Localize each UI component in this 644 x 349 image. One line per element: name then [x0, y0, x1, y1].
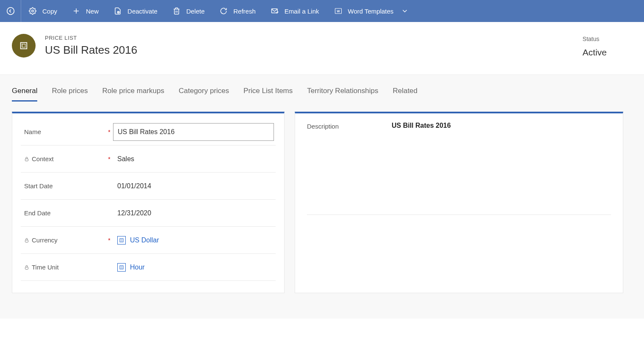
field-row-currency: Currency * US Dollar	[21, 227, 276, 254]
deactivate-icon	[114, 7, 122, 15]
entity-icon	[12, 34, 36, 58]
tabs: General Role prices Role price markups C…	[12, 87, 632, 102]
lock-icon	[24, 238, 29, 243]
tab-related[interactable]: Related	[392, 87, 417, 102]
end-date-value[interactable]: 12/31/2020	[113, 209, 151, 217]
record-name: US Bill Rates 2016	[45, 44, 137, 57]
field-row-end-date: End Date 12/31/2020	[21, 200, 276, 227]
email-link-button[interactable]: Email a Link	[263, 0, 327, 22]
end-date-label: End Date	[24, 209, 51, 217]
header-left: PRICE LIST US Bill Rates 2016	[12, 34, 137, 58]
svg-line-5	[118, 12, 119, 13]
lookup-icon	[117, 236, 126, 245]
svg-point-1	[32, 10, 34, 12]
required-indicator: *	[105, 129, 113, 135]
new-label: New	[86, 8, 99, 15]
field-row-start-date: Start Date 01/01/2014	[21, 173, 276, 200]
status-label: Status	[583, 36, 607, 42]
refresh-button[interactable]: Refresh	[212, 0, 263, 22]
email-icon	[271, 7, 279, 15]
svg-rect-12	[22, 44, 25, 47]
new-button[interactable]: New	[65, 0, 106, 22]
svg-rect-11	[21, 43, 27, 49]
command-bar: Copy New Deactivate Delete Refresh Email…	[0, 0, 644, 22]
trash-icon	[173, 7, 180, 15]
chevron-down-icon	[401, 7, 409, 15]
description-divider	[307, 214, 611, 215]
svg-rect-16	[25, 267, 28, 269]
word-icon: W	[334, 7, 342, 15]
copy-button[interactable]: Copy	[21, 0, 65, 22]
svg-point-0	[7, 8, 14, 15]
refresh-label: Refresh	[233, 8, 256, 15]
field-row-context: Context * Sales	[21, 146, 276, 173]
time-unit-link[interactable]: Hour	[113, 263, 145, 272]
tab-role-prices[interactable]: Role prices	[52, 87, 88, 102]
pricelist-icon	[19, 41, 28, 50]
deactivate-label: Deactivate	[127, 8, 158, 15]
status-value: Active	[583, 47, 607, 58]
time-unit-value: Hour	[130, 264, 145, 271]
lock-icon	[24, 265, 29, 270]
context-label: Context	[32, 155, 54, 162]
name-input[interactable]	[113, 123, 274, 141]
back-icon	[6, 7, 15, 15]
svg-rect-14	[25, 240, 28, 242]
lock-icon	[24, 157, 29, 162]
panel-description: Description US Bill Rates 2016	[295, 112, 623, 293]
tab-price-list-items[interactable]: Price List Items	[243, 87, 293, 102]
start-date-value[interactable]: 01/01/2014	[113, 182, 151, 190]
word-templates-label: Word Templates	[348, 8, 394, 15]
tab-role-price-markups[interactable]: Role price markups	[102, 87, 164, 102]
tab-territory-relationships[interactable]: Territory Relationships	[307, 87, 378, 102]
svg-text:W: W	[337, 9, 340, 13]
required-indicator: *	[105, 156, 113, 162]
record-header: PRICE LIST US Bill Rates 2016 Status Act…	[0, 22, 644, 74]
back-button[interactable]	[0, 0, 21, 22]
name-label: Name	[24, 128, 41, 135]
description-label: Description	[307, 122, 392, 130]
field-row-name: Name *	[21, 118, 276, 146]
description-value[interactable]: US Bill Rates 2016	[392, 122, 451, 130]
form-panels: Name * Context * Sales Start Date 01/01	[0, 102, 644, 319]
description-row: Description US Bill Rates 2016	[307, 122, 611, 130]
entity-type-label: PRICE LIST	[45, 35, 137, 41]
time-unit-label: Time Unit	[32, 264, 59, 271]
plus-icon	[72, 7, 80, 15]
field-row-time-unit: Time Unit Hour	[21, 254, 276, 281]
panel-general-fields: Name * Context * Sales Start Date 01/01	[12, 112, 285, 293]
tab-general[interactable]: General	[12, 87, 37, 102]
header-titles: PRICE LIST US Bill Rates 2016	[45, 35, 137, 57]
status-block: Status Active	[583, 34, 632, 58]
svg-rect-13	[25, 159, 28, 161]
refresh-icon	[220, 7, 227, 15]
context-value: Sales	[113, 155, 134, 163]
email-link-label: Email a Link	[285, 8, 319, 15]
lookup-icon	[117, 263, 126, 272]
tab-category-prices[interactable]: Category prices	[179, 87, 229, 102]
word-templates-button[interactable]: W Word Templates	[327, 0, 417, 22]
currency-value: US Dollar	[130, 236, 159, 244]
currency-label: Currency	[32, 236, 58, 244]
copy-label: Copy	[42, 8, 57, 15]
tabs-area: General Role prices Role price markups C…	[0, 74, 644, 102]
currency-link[interactable]: US Dollar	[113, 236, 159, 245]
delete-label: Delete	[186, 8, 205, 15]
gear-icon	[29, 7, 36, 15]
deactivate-button[interactable]: Deactivate	[106, 0, 165, 22]
start-date-label: Start Date	[24, 182, 53, 190]
delete-button[interactable]: Delete	[165, 0, 212, 22]
required-indicator: *	[105, 237, 113, 244]
